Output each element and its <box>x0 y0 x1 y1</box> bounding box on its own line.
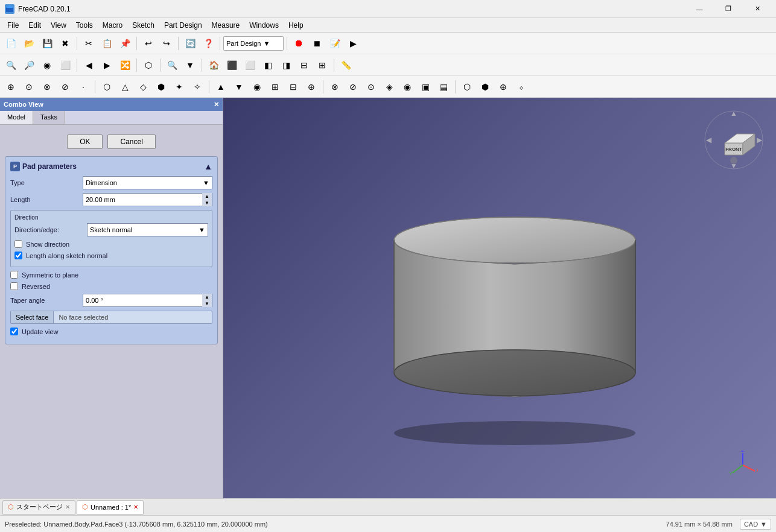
pd-btn25[interactable]: ⬡ <box>459 78 475 95</box>
direction-select[interactable]: Sketch normal ▼ <box>87 223 208 236</box>
undo-button[interactable]: ↩ <box>140 35 157 52</box>
pd-btn8[interactable]: ◇ <box>135 78 151 95</box>
show-direction-checkbox[interactable] <box>14 240 22 248</box>
select-face-button[interactable]: Select face <box>11 311 54 323</box>
refresh-button[interactable]: 🔄 <box>182 35 199 52</box>
tab-unnamed-close[interactable]: ✕ <box>133 504 138 510</box>
tab-tasks[interactable]: Tasks <box>33 111 65 124</box>
nav-cube[interactable]: ▲ ▼ ◀ ▶ FRONT <box>704 110 764 170</box>
menu-help[interactable]: Help <box>284 20 308 31</box>
length-along-checkbox[interactable] <box>14 252 22 259</box>
menu-edit[interactable]: Edit <box>24 20 46 31</box>
pd-btn23[interactable]: ▣ <box>417 78 434 95</box>
pd-btn20[interactable]: ⊙ <box>363 78 380 95</box>
pd-btn9[interactable]: ⬢ <box>153 78 170 95</box>
pd-btn3[interactable]: ⊗ <box>39 78 56 95</box>
length-input[interactable]: 20.00 mm ▲ ▼ <box>83 193 212 206</box>
length-spinner[interactable]: ▲ ▼ <box>202 193 212 206</box>
length-down[interactable]: ▼ <box>202 200 212 206</box>
pd-btn27[interactable]: ⊕ <box>495 78 512 95</box>
view-zoom-dd[interactable]: ▼ <box>182 57 199 74</box>
view-top[interactable]: ⬜ <box>241 57 258 74</box>
menu-windows[interactable]: Windows <box>244 20 284 31</box>
help-button[interactable]: ❓ <box>200 35 217 52</box>
save-button[interactable]: 💾 <box>39 35 56 52</box>
view-measure[interactable]: 📏 <box>337 57 354 74</box>
cut-button[interactable]: ✂ <box>80 35 97 52</box>
pd-btn1[interactable]: ⊕ <box>2 78 19 95</box>
pd-btn11[interactable]: ✧ <box>189 78 206 95</box>
view-fit-all[interactable]: 🔍 <box>2 57 19 74</box>
paste-button[interactable]: 📌 <box>116 35 133 52</box>
view-bottom[interactable]: ⊟ <box>296 57 313 74</box>
pd-btn21[interactable]: ◈ <box>381 78 398 95</box>
view-sync[interactable]: 🔀 <box>116 57 133 74</box>
pd-btn10[interactable]: ✦ <box>171 78 188 95</box>
menu-tools[interactable]: Tools <box>71 20 98 31</box>
pd-btn2[interactable]: ⊙ <box>21 78 37 95</box>
view-standard[interactable]: ⬡ <box>140 57 157 74</box>
view-right[interactable]: ◧ <box>259 57 276 74</box>
length-up[interactable]: ▲ <box>202 193 212 200</box>
view-draw-style[interactable]: ◉ <box>39 57 56 74</box>
pd-btn22[interactable]: ◉ <box>399 78 416 95</box>
record-button[interactable]: ⏺ <box>290 35 307 52</box>
pd-btn19[interactable]: ⊘ <box>345 78 361 95</box>
tab-unnamed[interactable]: ⬡ Unnamed : 1* ✕ <box>77 500 144 515</box>
ok-button[interactable]: OK <box>67 135 103 149</box>
pd-btn16[interactable]: ⊟ <box>285 78 302 95</box>
pd-btn18[interactable]: ⊗ <box>326 78 343 95</box>
workbench-dropdown[interactable]: Part Design ▼ <box>223 36 284 51</box>
open-button[interactable]: 📂 <box>21 35 37 52</box>
new-button[interactable]: 📄 <box>2 35 19 52</box>
taper-spinner[interactable]: ▲ ▼ <box>202 294 212 307</box>
view-zoom[interactable]: 🔍 <box>164 57 180 74</box>
pd-btn12[interactable]: ▲ <box>212 78 229 95</box>
stop-button[interactable]: ⏹ <box>308 35 325 52</box>
redo-button[interactable]: ↪ <box>158 35 175 52</box>
reversed-checkbox[interactable] <box>10 282 18 290</box>
menu-file[interactable]: File <box>2 20 24 31</box>
title-controls[interactable]: — ❐ ✕ <box>685 0 771 18</box>
pd-btn26[interactable]: ⬢ <box>477 78 494 95</box>
pd-btn4[interactable]: ⊘ <box>57 78 74 95</box>
tab-start-page[interactable]: ⬡ スタートページ ✕ <box>2 500 75 515</box>
pd-btn15[interactable]: ⊞ <box>267 78 284 95</box>
pd-btn5[interactable]: · <box>75 78 92 95</box>
copy-button[interactable]: 📋 <box>98 35 115 52</box>
pd-btn17[interactable]: ⊕ <box>303 78 320 95</box>
taper-down[interactable]: ▼ <box>202 300 212 307</box>
view-left[interactable]: ◨ <box>278 57 294 74</box>
tab-model[interactable]: Model <box>0 111 33 124</box>
pd-btn13[interactable]: ▼ <box>231 78 247 95</box>
minimize-button[interactable]: — <box>685 0 713 18</box>
view-fit-selection[interactable]: 🔎 <box>21 57 37 74</box>
pd-btn24[interactable]: ▤ <box>435 78 452 95</box>
view-bounding-box[interactable]: ⬜ <box>57 57 74 74</box>
view-back[interactable]: ◀ <box>80 57 97 74</box>
view-forward[interactable]: ▶ <box>98 57 115 74</box>
viewport[interactable]: ▲ ▼ ◀ ▶ FRONT <box>223 98 776 498</box>
view-front[interactable]: ⬛ <box>223 57 240 74</box>
pd-btn14[interactable]: ◉ <box>249 78 266 95</box>
view-rear[interactable]: ⊞ <box>314 57 331 74</box>
menu-macro[interactable]: Macro <box>98 20 127 31</box>
tab-start-close[interactable]: ✕ <box>65 504 70 510</box>
close-file-button[interactable]: ✖ <box>57 35 74 52</box>
maximize-button[interactable]: ❐ <box>714 0 742 18</box>
menu-part-design[interactable]: Part Design <box>159 20 207 31</box>
view-home[interactable]: 🏠 <box>205 57 222 74</box>
close-button[interactable]: ✕ <box>743 0 771 18</box>
update-view-checkbox[interactable] <box>10 328 18 335</box>
menu-measure[interactable]: Measure <box>207 20 245 31</box>
combo-view-close[interactable]: ✕ <box>214 101 219 109</box>
taper-up[interactable]: ▲ <box>202 294 212 300</box>
taper-input[interactable]: 0.00 ° ▲ ▼ <box>83 294 212 307</box>
pd-btn7[interactable]: △ <box>116 78 133 95</box>
cancel-button[interactable]: Cancel <box>107 135 155 149</box>
menu-view[interactable]: View <box>46 20 71 31</box>
pad-params-collapse[interactable]: ▲ <box>204 162 212 171</box>
menu-sketch[interactable]: Sketch <box>127 20 159 31</box>
symmetric-checkbox[interactable] <box>10 271 18 279</box>
cad-badge[interactable]: CAD ▼ <box>740 519 771 530</box>
